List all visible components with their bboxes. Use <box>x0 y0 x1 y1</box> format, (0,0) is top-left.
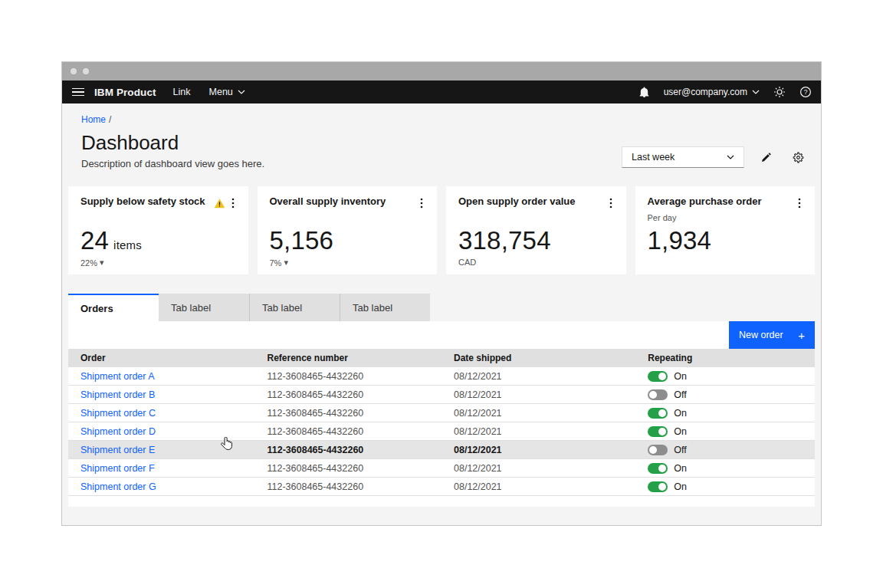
user-email: user@company.com <box>664 87 747 97</box>
column-header-reference: Reference number <box>255 353 442 363</box>
column-header-date-shipped: Date shipped <box>442 353 635 363</box>
hamburger-icon <box>72 91 84 93</box>
app-header: IBM Product Link Menu user@company.com <box>62 80 821 103</box>
repeating-toggle[interactable] <box>648 408 668 419</box>
page-description: Description of dashboard view goes here. <box>81 158 264 169</box>
overflow-menu-button[interactable] <box>419 195 425 211</box>
toggle-label: On <box>674 481 687 492</box>
notifications-button[interactable] <box>638 87 650 98</box>
card-value: 1,934 <box>648 226 712 255</box>
card-value-number: 5,156 <box>270 226 334 255</box>
metric-card-supply-below-safety-stock: Supply below safety stock 24 items <box>68 186 248 274</box>
table-row[interactable]: Shipment order G 112-3608465-4432260 08/… <box>68 478 815 496</box>
repeating-toggle[interactable] <box>648 371 668 382</box>
tab-label-3[interactable]: Tab label <box>340 294 430 321</box>
card-title: Supply below safety stock <box>80 195 205 207</box>
tab-label-1[interactable]: Tab label <box>159 294 249 321</box>
column-header-order: Order <box>68 353 255 363</box>
nav-menu-label: Menu <box>209 87 233 97</box>
window-control-dot[interactable] <box>83 68 89 74</box>
overflow-menu-icon <box>231 197 235 209</box>
svg-text:?: ? <box>804 88 808 96</box>
metric-card-overall-supply-inventory: Overall supply inventory 5,156 7% ▾ <box>258 186 438 274</box>
card-value: 5,156 <box>270 226 334 255</box>
caret-down-icon: ▾ <box>284 258 288 268</box>
tab-label-2[interactable]: Tab label <box>249 294 340 321</box>
chevron-down-icon <box>238 90 245 94</box>
table-row[interactable]: Shipment order D 112-3608465-4432260 08/… <box>68 422 815 441</box>
reference-number: 112-3608465-4432260 <box>255 389 442 400</box>
metric-card-average-purchase-order: Average purchase order Per day 1,934 <box>635 186 816 274</box>
window-titlebar <box>62 62 821 80</box>
tab-bar: Orders Tab label Tab label Tab label <box>68 294 815 321</box>
reference-number: 112-3608465-4432260 <box>255 408 442 419</box>
table-row[interactable]: Shipment order E 112-3608465-4432260 08/… <box>68 441 815 459</box>
overflow-menu-button[interactable] <box>230 195 236 211</box>
order-link[interactable]: Shipment order G <box>80 481 156 492</box>
card-footnote-label: CAD <box>458 258 476 267</box>
help-button[interactable]: ? <box>799 86 812 98</box>
app-window: IBM Product Link Menu user@company.com <box>61 61 822 526</box>
hamburger-icon <box>72 95 84 97</box>
tab-label: Tab label <box>353 302 392 314</box>
order-link[interactable]: Shipment order A <box>80 371 155 382</box>
breadcrumb-separator: / <box>109 114 111 125</box>
settings-button[interactable] <box>787 146 809 168</box>
toggle-label: Off <box>674 445 686 455</box>
repeating-toggle[interactable] <box>648 445 668 455</box>
tab-orders[interactable]: Orders <box>68 294 159 321</box>
card-subtitle: Per day <box>648 213 803 222</box>
order-link[interactable]: Shipment order B <box>80 389 155 400</box>
page-title: Dashboard <box>81 130 264 155</box>
hamburger-icon <box>72 88 84 90</box>
repeating-toggle[interactable] <box>648 389 668 400</box>
table-row[interactable]: Shipment order B 112-3608465-4432260 08/… <box>68 386 815 404</box>
toggle-label: On <box>674 371 687 382</box>
help-icon: ? <box>799 86 812 98</box>
card-title: Open supply order value <box>458 195 575 207</box>
table-row[interactable]: Shipment order A 112-3608465-4432260 08/… <box>68 367 815 386</box>
menu-toggle-button[interactable] <box>68 82 88 102</box>
overflow-menu-button[interactable] <box>608 195 614 211</box>
date-shipped: 08/12/2021 <box>442 389 635 400</box>
date-shipped: 08/12/2021 <box>442 371 635 382</box>
theme-switcher-button[interactable] <box>773 86 786 98</box>
date-shipped: 08/12/2021 <box>442 481 635 492</box>
date-range-dropdown[interactable]: Last week <box>622 146 744 168</box>
order-link[interactable]: Shipment order C <box>80 408 156 419</box>
gear-icon <box>793 152 804 163</box>
table-row[interactable]: Shipment order C 112-3608465-4432260 08/… <box>68 404 815 422</box>
date-shipped: 08/12/2021 <box>442 408 635 419</box>
nav-menu[interactable]: Menu <box>209 87 245 97</box>
card-value: 24 items <box>80 226 142 255</box>
order-link[interactable]: Shipment order E <box>80 445 155 455</box>
order-link[interactable]: Shipment order F <box>80 463 155 474</box>
toggle-label: On <box>674 408 687 419</box>
overflow-menu-button[interactable] <box>796 195 803 211</box>
nav-link[interactable]: Link <box>173 87 191 97</box>
repeating-toggle[interactable] <box>648 463 668 474</box>
window-control-dot[interactable] <box>71 68 77 74</box>
new-order-label: New order <box>739 330 783 340</box>
card-value-suffix: items <box>113 238 142 251</box>
card-delta[interactable]: 22% ▾ <box>80 258 104 268</box>
order-link[interactable]: Shipment order D <box>80 426 156 437</box>
header-nav: Link Menu <box>173 87 245 97</box>
user-account-menu[interactable]: user@company.com <box>664 87 760 97</box>
metric-cards: Supply below safety stock 24 items <box>68 186 815 274</box>
toggle-label: On <box>674 463 687 474</box>
card-delta-value: 7% <box>270 258 282 268</box>
card-delta[interactable]: 7% ▾ <box>270 258 288 268</box>
page-content: Home/ Dashboard Description of dashboard… <box>62 103 821 507</box>
breadcrumb-home-link[interactable]: Home <box>81 114 106 125</box>
new-order-button[interactable]: New order + <box>729 321 815 349</box>
table-header-row: Order Reference number Date shipped Repe… <box>68 349 815 367</box>
repeating-toggle[interactable] <box>648 426 668 437</box>
repeating-toggle[interactable] <box>648 481 668 492</box>
edit-button[interactable] <box>755 146 776 168</box>
header-actions: user@company.com ? <box>638 86 812 98</box>
metric-card-open-supply-order-value: Open supply order value 318,754 CAD <box>446 186 626 274</box>
table-row[interactable]: Shipment order F 112-3608465-4432260 08/… <box>68 459 815 478</box>
card-value-number: 1,934 <box>648 226 712 255</box>
caret-down-icon: ▾ <box>100 258 104 268</box>
